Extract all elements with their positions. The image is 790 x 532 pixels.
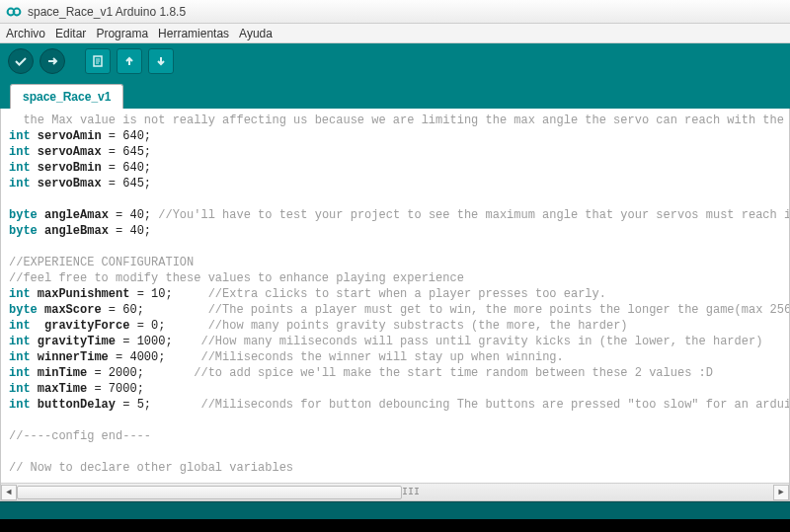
menu-herramientas[interactable]: Herramientas xyxy=(158,27,229,40)
menu-programa[interactable]: Programa xyxy=(96,27,148,40)
horizontal-scrollbar[interactable]: ◄ III ► xyxy=(1,483,789,500)
upload-button[interactable] xyxy=(40,48,65,74)
code-editor[interactable]: the Max value is not really affecting us… xyxy=(0,109,790,501)
window-titlebar: space_Race_v1 Arduino 1.8.5 xyxy=(0,0,790,24)
scroll-right-arrow-icon[interactable]: ► xyxy=(773,485,789,500)
menu-editar[interactable]: Editar xyxy=(55,27,86,40)
tab-active[interactable]: space_Race_v1 xyxy=(10,84,123,109)
new-button[interactable] xyxy=(85,48,111,74)
save-button[interactable] xyxy=(148,48,174,74)
console-area xyxy=(0,519,790,532)
scroll-thumb[interactable] xyxy=(17,486,402,499)
menu-bar: Archivo Editar Programa Herramientas Ayu… xyxy=(0,24,790,43)
menu-archivo[interactable]: Archivo xyxy=(6,27,45,40)
open-button[interactable] xyxy=(117,48,142,74)
tab-strip: space_Race_v1 xyxy=(0,79,790,109)
window-title: space_Race_v1 Arduino 1.8.5 xyxy=(28,5,186,19)
scroll-track[interactable]: III xyxy=(17,485,773,500)
status-bar xyxy=(0,501,790,519)
scroll-left-arrow-icon[interactable]: ◄ xyxy=(1,485,17,500)
arduino-logo-icon xyxy=(6,4,22,20)
scroll-marker: III xyxy=(402,485,420,500)
verify-button[interactable] xyxy=(8,48,34,74)
menu-ayuda[interactable]: Ayuda xyxy=(239,27,273,40)
code-content: the Max value is not really affecting us… xyxy=(1,109,789,476)
toolbar xyxy=(0,43,790,79)
